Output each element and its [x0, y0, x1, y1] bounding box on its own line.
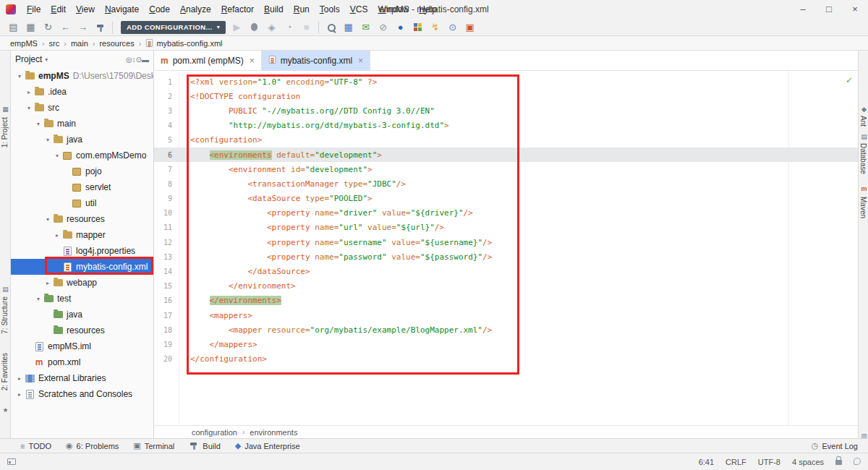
chevron-icon[interactable]: ▾: [43, 137, 52, 143]
toolwindow-button-6-problems[interactable]: ◉6: Problems: [66, 441, 119, 450]
chevron-icon[interactable]: ▾: [34, 296, 43, 302]
tree-item-servlet[interactable]: servlet: [11, 179, 153, 195]
code-line-14[interactable]: 14 </dataSource>: [154, 264, 858, 278]
tree-item-webapp[interactable]: ▸webapp: [11, 275, 153, 291]
tree-item-empms-iml[interactable]: empMS.iml: [11, 338, 153, 354]
toolwindow-button-java-enterprise[interactable]: ◆Java Enterprise: [235, 441, 300, 450]
maximize-button[interactable]: □: [816, 0, 842, 19]
menu-view[interactable]: View: [71, 4, 100, 14]
breadcrumb-item-mybatis-config-xml[interactable]: mybatis-config.xml: [145, 38, 222, 48]
project-stripe-icon[interactable]: ▦: [1, 106, 10, 113]
code-line-20[interactable]: 20</configuration>: [154, 352, 858, 367]
inspection-ok-icon[interactable]: ✓: [846, 75, 853, 85]
locate-icon[interactable]: ◎: [126, 56, 132, 64]
tree-item-empms[interactable]: ▾empMSD:\Users\17509\Deskto: [11, 68, 153, 84]
tree-item-com-empmsdemo[interactable]: ▾com.empMsDemo: [11, 148, 153, 163]
tree-item-main[interactable]: ▾main: [11, 116, 153, 132]
tree-item-java[interactable]: ▾java: [11, 132, 153, 148]
tree-item-pom-xml[interactable]: mpom.xml: [11, 354, 153, 370]
code-line-8[interactable]: 8 <transactionManager type="JDBC"/>: [154, 176, 858, 191]
tree-item-scratches-and-consoles[interactable]: ▸Scratches and Consoles: [11, 386, 153, 402]
code-editor[interactable]: 1<?xml version="1.0" encoding="UTF-8" ?>…: [154, 71, 858, 425]
stop-icon[interactable]: ■: [299, 20, 314, 35]
tree-item-mybatis-config-xml[interactable]: mybatis-config.xml: [11, 259, 153, 275]
toolwindow-button-event-log[interactable]: ◷Event Log: [812, 441, 858, 450]
tool-stripe-database[interactable]: Database: [859, 143, 867, 174]
code-line-16[interactable]: 16 </environments>: [154, 294, 858, 308]
code-line-1[interactable]: 1<?xml version="1.0" encoding="UTF-8" ?>: [154, 74, 858, 89]
lightning-icon[interactable]: ↯: [427, 20, 443, 35]
tree-item-test[interactable]: ▾test: [11, 291, 153, 307]
tree-item-src[interactable]: ▾src: [11, 100, 153, 116]
chevron-icon[interactable]: ▾: [43, 216, 52, 223]
toolwindow-button-terminal[interactable]: ▣Terminal: [133, 441, 174, 450]
chevron-icon[interactable]: ▸: [15, 391, 24, 398]
status-item-4-spaces[interactable]: 4 spaces: [792, 458, 824, 466]
toolwindow-toggle-icon[interactable]: [7, 458, 16, 465]
tree-item-java[interactable]: java: [11, 307, 153, 322]
run-configuration-button[interactable]: ADD CONFIGURATION... ▾: [121, 21, 226, 34]
code-line-17[interactable]: 17 <mappers>: [154, 308, 858, 322]
editor-breadcrumb-configuration[interactable]: configuration: [192, 428, 237, 437]
find-action-icon[interactable]: ●: [393, 20, 408, 35]
code-line-11[interactable]: 11 <property name="url" value="${url}"/>: [154, 221, 858, 235]
chevron-icon[interactable]: ▸: [25, 89, 33, 95]
menu-edit[interactable]: Edit: [46, 4, 71, 14]
chevron-icon[interactable]: ▸: [53, 232, 61, 239]
breadcrumb-item-empms[interactable]: empMS: [10, 39, 38, 48]
tree-item-external-libraries[interactable]: ▸External Libraries: [11, 370, 153, 386]
ban-icon[interactable]: ⊘: [375, 20, 391, 35]
favorites-star-icon[interactable]: ★: [1, 406, 10, 414]
ant-stripe-icon[interactable]: ◆: [859, 106, 868, 113]
code-line-12[interactable]: 12 <property name="username" value="${us…: [154, 235, 858, 249]
tab-mybatis-config-xml[interactable]: mybatis-config.xml×: [262, 51, 370, 71]
forward-icon[interactable]: →: [75, 20, 90, 35]
run-icon[interactable]: ▶: [229, 20, 244, 35]
settings-gear-icon[interactable]: ⊙: [136, 56, 142, 64]
toolwindow-button-todo[interactable]: ≡TODO: [20, 442, 51, 450]
menu-refactor[interactable]: Refactor: [216, 4, 259, 14]
close-button[interactable]: ×: [842, 0, 868, 19]
chevron-icon[interactable]: ▾: [53, 153, 61, 159]
code-line-4[interactable]: 4 "http://mybatis.org/dtd/mybatis-3-conf…: [154, 119, 858, 133]
plugins-icon[interactable]: ▦: [341, 20, 356, 35]
tree-item-resources[interactable]: ▾resources: [11, 211, 153, 227]
project-panel-title[interactable]: Project: [15, 54, 42, 64]
tab-pom-xml-empms[interactable]: mpom.xml (empMS)×: [154, 51, 262, 71]
close-tab-icon[interactable]: ×: [250, 56, 255, 66]
tool-stripe-2-favorites[interactable]: 2: Favorites: [1, 353, 9, 390]
menu-code[interactable]: Code: [144, 4, 175, 14]
menu-run[interactable]: Run: [289, 4, 315, 14]
code-line-2[interactable]: 2<!DOCTYPE configuration: [154, 89, 858, 103]
tree-item-mapper[interactable]: ▸mapper: [11, 227, 153, 243]
toolwindow-button-build[interactable]: Build: [189, 440, 220, 452]
code-line-18[interactable]: 18 <mapper resource="org/mybatis/example…: [154, 322, 858, 337]
menu-vcs[interactable]: VCS: [345, 4, 373, 14]
chevron-icon[interactable]: ▸: [15, 375, 24, 382]
marketplace-icon[interactable]: ▣: [462, 20, 477, 35]
menu-analyze[interactable]: Analyze: [175, 4, 216, 14]
editor-breadcrumb-environments[interactable]: environments: [250, 428, 297, 437]
lock-icon[interactable]: [835, 457, 842, 466]
tool-stripe-maven[interactable]: Maven: [859, 197, 867, 218]
back-icon[interactable]: ←: [58, 20, 73, 35]
save-all-icon[interactable]: ▦: [23, 20, 38, 35]
tree-item-idea[interactable]: ▸.idea: [11, 84, 153, 100]
hide-panel-icon[interactable]: ▬: [142, 56, 149, 64]
tool-stripe-7-structure[interactable]: 7: Structure: [1, 296, 9, 334]
menu-build[interactable]: Build: [259, 4, 289, 14]
services-icon[interactable]: ⊙: [445, 20, 460, 35]
tree-item-resources[interactable]: resources: [11, 322, 153, 338]
status-item-6-41[interactable]: 6:41: [699, 458, 714, 466]
open-icon[interactable]: ▤: [6, 20, 21, 35]
tree-item-log4j-properties[interactable]: log4j.properties: [11, 243, 153, 259]
breadcrumb-item-main[interactable]: main: [71, 39, 88, 48]
tool-stripe-ant[interactable]: Ant: [859, 116, 867, 127]
code-line-10[interactable]: 10 <property name="driver" value="${driv…: [154, 206, 858, 221]
menu-navigate[interactable]: Navigate: [100, 4, 144, 14]
build-hammer-icon[interactable]: [93, 20, 108, 35]
breadcrumb-item-src[interactable]: src: [49, 39, 60, 48]
code-line-3[interactable]: 3 PUBLIC "-//mybatis.org//DTD Config 3.0…: [154, 103, 858, 118]
notifications-icon[interactable]: [854, 458, 861, 466]
database-stripe-icon[interactable]: ▤: [859, 133, 868, 140]
